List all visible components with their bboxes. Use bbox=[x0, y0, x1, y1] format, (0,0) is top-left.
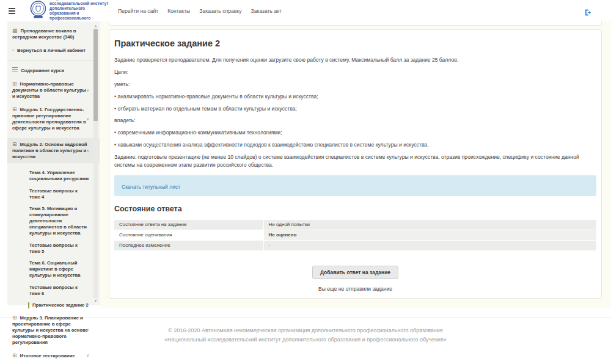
add-submission-button[interactable]: Добавить ответ на задание bbox=[312, 266, 398, 279]
sidebar-scrollbar[interactable]: ∧ ∨ bbox=[93, 23, 98, 304]
status-label: Состояние ответа на задание bbox=[114, 220, 264, 230]
nav-link-certificate[interactable]: Заказать справку bbox=[199, 8, 241, 14]
assignment-bullet: • навыками осуществления анализа эффекти… bbox=[114, 141, 596, 149]
status-value: - bbox=[264, 241, 596, 251]
sidebar-item-topic5[interactable]: Тема 5. Мотивация и стимулирование деяте… bbox=[29, 206, 89, 236]
sidebar-section-normative-docs[interactable]: ⊞Нормативно-правовые документы в области… bbox=[12, 81, 89, 100]
status-label: Последнее изменение bbox=[114, 241, 264, 251]
previous-card-edge bbox=[109, 21, 602, 26]
status-label: Состояние оценивания bbox=[114, 230, 264, 241]
assignment-card: Практическое задание 2 Задание проверяет… bbox=[109, 29, 602, 299]
assignment-skills-label: уметь: bbox=[114, 81, 596, 89]
sidebar-section-module3[interactable]: ⊞Модуль 3. Планирование и проектирование… bbox=[12, 315, 89, 346]
sidebar-item-test6[interactable]: Тестовые вопросы к теме 6 bbox=[29, 285, 89, 297]
grid-icon: ▦ bbox=[12, 27, 18, 34]
assignment-goals-label: Цели: bbox=[114, 68, 596, 76]
page-title: Практическое задание 2 bbox=[114, 38, 596, 48]
chevron-up-icon: ∧ bbox=[86, 148, 89, 154]
nav-link-site[interactable]: Перейти на сайт bbox=[118, 8, 158, 14]
chevron-down-icon: ∨ bbox=[86, 87, 89, 93]
content-row: ▦Преподавание вокала в эстрадном искусст… bbox=[0, 21, 611, 308]
footer-copyright: © 2016-2020 Автономная некоммерческая ор… bbox=[0, 326, 611, 335]
chevron-left-icon: ‹ bbox=[12, 47, 14, 53]
assignment-bullet: • современными информационно-коммуникати… bbox=[114, 129, 596, 137]
scroll-down-icon[interactable]: ∨ bbox=[93, 297, 98, 304]
sidebar-item-test5[interactable]: Тестовые вопросы к теме 5 bbox=[29, 242, 89, 255]
section-collapsed-icon: ⊞ bbox=[12, 315, 17, 321]
logo-emblem-icon bbox=[30, 1, 46, 21]
sidebar-course-title[interactable]: ▦Преподавание вокала в эстрадном искусст… bbox=[12, 27, 89, 40]
table-row: Последнее изменение - bbox=[114, 241, 596, 251]
header: Национальный исследовательский институт … bbox=[0, 0, 611, 21]
not-submitted-note: Вы еще не отправили задание bbox=[114, 286, 596, 292]
section-collapsed-icon: ⊞ bbox=[12, 81, 17, 87]
table-row: Состояние ответа на задание Ни одной поп… bbox=[114, 220, 596, 230]
section-collapsed-icon: ⊞ bbox=[12, 106, 17, 112]
download-info-box: Скачать титульный лист bbox=[114, 175, 596, 196]
chevron-down-icon: ∨ bbox=[86, 116, 89, 122]
assignment-bullet: • отбирать материал по отдельным темам в… bbox=[114, 105, 596, 113]
button-row: Добавить ответ на задание bbox=[114, 266, 596, 279]
status-value: Ни одной попытки bbox=[264, 220, 596, 230]
footer: © 2016-2020 Автономная некоммерческая ор… bbox=[0, 318, 611, 344]
sidebar-section-final-test[interactable]: ⊞Итоговое тестирование ∨ bbox=[12, 352, 89, 359]
section-collapsed-icon: ⊞ bbox=[12, 352, 17, 359]
assignment-own-label: владеть: bbox=[114, 117, 596, 125]
main-area: Практическое задание 2 Задание проверяет… bbox=[100, 21, 611, 308]
sidebar-item-practical-task2-active[interactable]: Практическое задание 2 bbox=[28, 302, 89, 308]
sidebar: ▦Преподавание вокала в эстрадном искусст… bbox=[7, 21, 100, 305]
assignment-intro: Задание проверяется преподавателем. Для … bbox=[114, 56, 596, 64]
status-value: Не оценено bbox=[264, 230, 596, 241]
nav-link-act[interactable]: Заказать акт bbox=[251, 8, 282, 14]
sidebar-item-topic4[interactable]: Тема 4. Управление социальными ресурсами bbox=[29, 170, 89, 182]
table-row: Состояние оценивания Не оценено bbox=[114, 230, 596, 241]
hamburger-menu-icon[interactable] bbox=[9, 8, 15, 14]
submission-status-heading: Состояние ответа bbox=[114, 205, 596, 213]
sidebar-item-topic6[interactable]: Тема 6. Социальный маркетинг в сфере кул… bbox=[29, 260, 89, 278]
scrollbar-thumb[interactable] bbox=[93, 29, 98, 121]
section-collapsed-icon: ⊞ bbox=[12, 141, 17, 147]
logout-icon[interactable] bbox=[585, 7, 593, 18]
submission-status-table: Состояние ответа на задание Ни одной поп… bbox=[114, 220, 596, 251]
sidebar-section-module1[interactable]: ⊞Модуль 1. Государственно-правовое регул… bbox=[12, 106, 89, 131]
chevron-down-icon: ∨ bbox=[86, 352, 89, 359]
chevron-down-icon: ∨ bbox=[86, 327, 89, 333]
sidebar-back-link[interactable]: ‹Вернуться в личный кабинет bbox=[12, 47, 89, 54]
footer-institute: «Национальный исследовательский институт… bbox=[0, 335, 611, 344]
page: Национальный исследовательский институт … bbox=[0, 0, 611, 364]
assignment-task: Задание: подготовьте презентацию (не мен… bbox=[114, 153, 596, 169]
list-icon bbox=[12, 67, 18, 71]
nav-link-contacts[interactable]: Контакты bbox=[167, 8, 190, 14]
download-title-page-link[interactable]: Скачать титульный лист bbox=[122, 184, 180, 190]
sidebar-item-test4[interactable]: Тестовые вопросы к теме 4 bbox=[29, 188, 89, 200]
sidebar-item-course-contents[interactable]: Содержание курса bbox=[12, 67, 89, 74]
top-navigation: Перейти на сайт Контакты Заказать справк… bbox=[118, 8, 282, 14]
divider bbox=[7, 60, 94, 61]
assignment-bullet: • анализировать нормативно-правовые доку… bbox=[114, 93, 596, 101]
sidebar-section-module2[interactable]: ⊞Модуль 2. Основы кадровой политики в об… bbox=[7, 138, 100, 163]
